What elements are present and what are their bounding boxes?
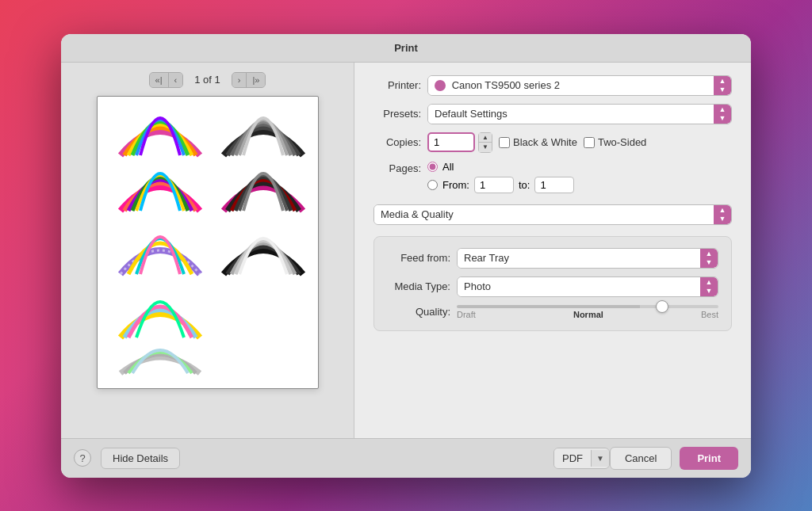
- page-nav: «| ‹ 1 of 1 › |»: [71, 72, 344, 88]
- presets-select-arrow[interactable]: ▲ ▼: [714, 105, 731, 124]
- two-sided-checkbox[interactable]: [584, 137, 595, 148]
- presets-label: Presets:: [373, 108, 421, 120]
- quality-normal-label: Normal: [573, 310, 603, 319]
- nav-first-button[interactable]: «|: [150, 73, 169, 87]
- media-type-arrow[interactable]: ▲ ▼: [700, 277, 718, 296]
- pages-options: All From: to:: [427, 161, 574, 193]
- feed-from-arrow[interactable]: ▲ ▼: [700, 249, 718, 268]
- section-dropdown-value: Media & Quality: [374, 205, 714, 224]
- quality-row: Quality: Draft Normal Best: [387, 305, 718, 319]
- cancel-button[interactable]: Cancel: [610, 447, 672, 470]
- help-button[interactable]: ?: [74, 449, 91, 467]
- pages-label: Pages:: [373, 161, 421, 174]
- hide-details-button[interactable]: Hide Details: [101, 448, 180, 469]
- pages-from-input[interactable]: [474, 177, 514, 193]
- pdf-label: PDF: [554, 448, 591, 468]
- nav-btn-group: «| ‹: [149, 72, 184, 88]
- page-indicator: 1 of 1: [188, 74, 227, 86]
- quality-labels: Draft Normal Best: [457, 310, 718, 319]
- nav-last-button[interactable]: |»: [247, 73, 265, 87]
- pages-all-row: All: [427, 161, 574, 173]
- copies-stepper: ▲ ▼: [427, 132, 492, 153]
- pages-all-radio[interactable]: [427, 162, 438, 172]
- copies-increment-button[interactable]: ▲: [479, 133, 492, 143]
- black-white-checkbox[interactable]: [499, 137, 510, 148]
- feed-from-row: Feed from: Rear Tray ▲ ▼: [387, 248, 718, 269]
- pages-all-label: All: [442, 161, 454, 173]
- black-white-wrapper: Black & White: [499, 136, 577, 148]
- media-type-value: Photo: [458, 277, 700, 296]
- feed-from-value: Rear Tray: [458, 249, 700, 268]
- quality-draft-label: Draft: [457, 310, 476, 319]
- presets-select-wrapper[interactable]: Default Settings ▲ ▼: [427, 104, 732, 124]
- pdf-dropdown-arrow[interactable]: ▼: [591, 450, 609, 467]
- copies-row: Copies: ▲ ▼ Black & White Two-Sided: [373, 132, 732, 153]
- quality-slider-wrapper: Draft Normal Best: [457, 305, 718, 319]
- media-type-select-wrapper[interactable]: Photo ▲ ▼: [457, 276, 718, 297]
- printer-select-arrow[interactable]: ▲ ▼: [714, 76, 731, 95]
- nav-next-group: › |»: [232, 72, 266, 88]
- two-sided-label: Two-Sided: [598, 136, 646, 148]
- print-button[interactable]: Print: [680, 447, 738, 470]
- left-panel: «| ‹ 1 of 1 › |»: [61, 63, 354, 438]
- copies-stepper-controls: ▲ ▼: [478, 132, 492, 153]
- printer-label: Printer:: [373, 79, 421, 91]
- pages-range-radio[interactable]: [427, 180, 438, 190]
- copies-input[interactable]: [427, 132, 475, 152]
- feed-from-label: Feed from:: [387, 252, 450, 264]
- section-select-arrow[interactable]: ▲ ▼: [714, 205, 731, 224]
- pages-row: Pages: All From: to:: [373, 161, 732, 193]
- nav-prev-button[interactable]: ‹: [169, 73, 183, 87]
- media-type-label: Media Type:: [387, 280, 450, 292]
- print-dialog: Print «| ‹ 1 of 1 › |»: [61, 34, 751, 478]
- two-sided-wrapper: Two-Sided: [584, 136, 646, 148]
- dialog-title: Print: [394, 42, 418, 54]
- pages-to-input[interactable]: [534, 177, 574, 193]
- nav-next-button[interactable]: ›: [232, 73, 247, 87]
- copies-label: Copies:: [373, 136, 421, 148]
- printer-row: Printer: Canon TS9500 series 2 ▲ ▼: [373, 75, 732, 96]
- feed-from-select-wrapper[interactable]: Rear Tray ▲ ▼: [457, 248, 718, 269]
- black-white-label: Black & White: [513, 136, 577, 148]
- media-type-row: Media Type: Photo ▲ ▼: [387, 276, 718, 297]
- pages-to-label: to:: [519, 179, 530, 191]
- media-quality-section: Feed from: Rear Tray ▲ ▼ Media Type: Pho…: [373, 236, 732, 331]
- quality-label: Quality:: [387, 306, 450, 318]
- preview-area: [97, 96, 319, 389]
- dialog-body: «| ‹ 1 of 1 › |»: [61, 63, 751, 438]
- preview-image: [105, 108, 311, 377]
- quality-slider[interactable]: [457, 305, 718, 308]
- section-header: Media & Quality ▲ ▼: [373, 204, 732, 225]
- bottom-bar: ? Hide Details PDF ▼ Cancel Print: [61, 438, 751, 478]
- presets-value: Default Settings: [428, 105, 714, 124]
- quality-best-label: Best: [701, 310, 718, 319]
- pages-range-row: From: to:: [427, 177, 574, 193]
- printer-value: Canon TS9500 series 2: [428, 76, 714, 95]
- right-panel: Printer: Canon TS9500 series 2 ▲ ▼ Prese…: [354, 63, 751, 438]
- copies-decrement-button[interactable]: ▼: [479, 143, 492, 152]
- title-bar: Print: [61, 34, 751, 63]
- pages-from-label: From:: [442, 179, 469, 191]
- action-buttons: Cancel Print: [610, 447, 738, 470]
- section-select-wrapper[interactable]: Media & Quality ▲ ▼: [373, 204, 732, 225]
- printer-select-wrapper[interactable]: Canon TS9500 series 2 ▲ ▼: [427, 75, 732, 96]
- pdf-button[interactable]: PDF ▼: [553, 448, 610, 469]
- presets-row: Presets: Default Settings ▲ ▼: [373, 104, 732, 124]
